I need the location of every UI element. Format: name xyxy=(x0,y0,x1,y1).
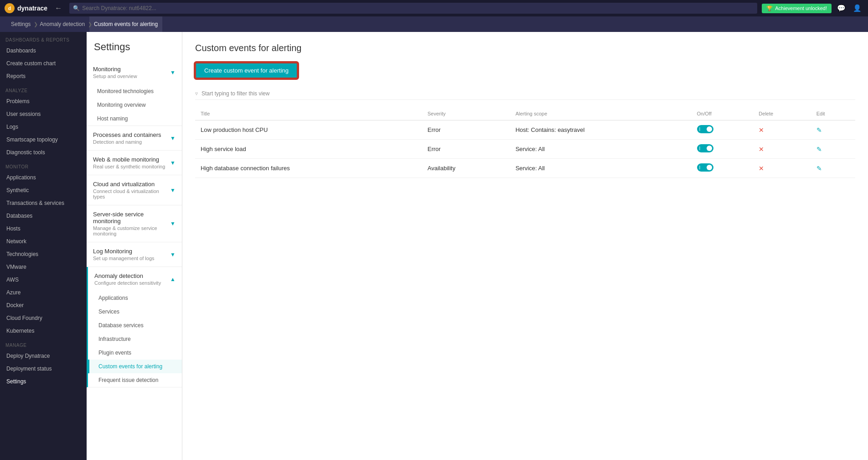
sidebar-item-kubernetes[interactable]: Kubernetes xyxy=(0,324,87,337)
settings-sub-plugin-events[interactable]: Plugin events xyxy=(88,346,182,360)
chat-icon[interactable]: 💬 xyxy=(835,4,847,12)
edit-icon-2[interactable]: ✎ xyxy=(816,146,822,153)
settings-group-anomaly-title: Anomaly detection xyxy=(94,272,161,279)
settings-group-log-text: Log Monitoring Set up management of logs xyxy=(93,248,155,261)
settings-sub-database-services[interactable]: Database services xyxy=(88,319,182,332)
sidebar-item-transactions[interactable]: Transactions & services xyxy=(0,197,87,209)
row-alerting-scope: Service: All xyxy=(510,159,692,178)
settings-group-web-mobile-subtitle: Real user & synthetic monitoring xyxy=(93,164,165,169)
alert-table-body: Low production host CPU Error Host: Cont… xyxy=(195,120,855,178)
toggle-on-label-1: I xyxy=(699,127,701,132)
breadcrumb-custom-events[interactable]: Custom events for alerting xyxy=(89,16,162,32)
settings-group-log-header[interactable]: Log Monitoring Set up management of logs… xyxy=(87,242,182,267)
settings-group-monitoring: Monitoring Setup and overview ▼ Monitore… xyxy=(87,60,182,126)
col-title: Title xyxy=(195,107,422,120)
settings-group-processes-header[interactable]: Processes and containers Detection and n… xyxy=(87,126,182,150)
achievement-button[interactable]: 🏆 Achievement unlocked! xyxy=(762,4,832,13)
user-icon[interactable]: 👤 xyxy=(851,4,863,12)
processes-chevron-icon: ▼ xyxy=(170,135,176,141)
settings-sub-frequent-issue[interactable]: Frequent issue detection xyxy=(88,373,182,387)
sidebar-item-reports[interactable]: Reports xyxy=(0,70,87,83)
settings-group-anomaly-header[interactable]: Anomaly detection Configure detection se… xyxy=(88,267,182,291)
settings-sub-host-naming[interactable]: Host naming xyxy=(87,112,182,125)
create-custom-event-button[interactable]: Create custom event for alerting xyxy=(195,63,298,78)
settings-sub-services[interactable]: Services xyxy=(88,305,182,319)
settings-group-cloud-title: Cloud and virtualization xyxy=(93,181,170,188)
settings-group-web-mobile-header[interactable]: Web & mobile monitoring Real user & synt… xyxy=(87,151,182,175)
sidebar-item-synthetic[interactable]: Synthetic xyxy=(0,184,87,197)
log-chevron-icon: ▼ xyxy=(170,251,176,258)
sidebar-item-user-sessions[interactable]: User sessions xyxy=(0,108,87,120)
col-delete: Delete xyxy=(753,107,811,120)
delete-icon-1[interactable]: ✕ xyxy=(759,126,764,134)
sidebar-item-vmware[interactable]: VMware xyxy=(0,261,87,273)
sidebar-item-cloud-foundry[interactable]: Cloud Foundry xyxy=(0,312,87,324)
settings-title: Settings xyxy=(87,32,182,60)
sidebar-item-deploy[interactable]: Deploy Dynatrace xyxy=(0,350,87,362)
toggle-thumb-1 xyxy=(707,126,712,132)
sidebar-item-create-custom-chart[interactable]: Create custom chart xyxy=(0,57,87,70)
delete-icon-3[interactable]: ✕ xyxy=(759,165,764,172)
row-delete-cell: ✕ xyxy=(753,159,811,178)
sidebar-item-smartscape[interactable]: Smartscape topology xyxy=(0,133,87,146)
settings-group-cloud-subtitle: Connect cloud & virtualization types xyxy=(93,188,170,199)
toggle-1[interactable]: I xyxy=(697,125,713,133)
settings-sub-monitored-technologies[interactable]: Monitored technologies xyxy=(87,84,182,98)
edit-icon-1[interactable]: ✎ xyxy=(816,126,822,134)
sidebar-item-hosts[interactable]: Hosts xyxy=(0,222,87,235)
delete-icon-2[interactable]: ✕ xyxy=(759,146,764,153)
sidebar-item-network[interactable]: Network xyxy=(0,235,87,248)
toggle-track-3[interactable]: I xyxy=(697,163,713,172)
panel-title: Custom events for alerting xyxy=(195,43,855,53)
sidebar-item-logs[interactable]: Logs xyxy=(0,120,87,133)
sidebar-item-settings[interactable]: Settings xyxy=(0,375,87,388)
row-toggle-cell: I xyxy=(692,140,754,159)
settings-group-anomaly: Anomaly detection Configure detection se… xyxy=(87,267,182,387)
monitoring-chevron-icon: ▼ xyxy=(170,69,176,76)
row-alerting-scope: Host: Contains: easytravel xyxy=(510,120,692,140)
row-severity: Availability xyxy=(422,159,510,178)
settings-group-monitoring-text: Monitoring Setup and overview xyxy=(93,66,137,79)
sidebar-item-applications[interactable]: Applications xyxy=(0,171,87,184)
settings-sub-infrastructure[interactable]: Infrastructure xyxy=(88,332,182,346)
breadcrumb-settings[interactable]: Settings xyxy=(6,16,35,32)
row-severity: Error xyxy=(422,140,510,159)
breadcrumb-anomaly[interactable]: Anomaly detection xyxy=(35,16,89,32)
sidebar-item-deployment-status[interactable]: Deployment status xyxy=(0,362,87,375)
settings-group-web-mobile: Web & mobile monitoring Real user & synt… xyxy=(87,151,182,175)
toggle-3[interactable]: I xyxy=(697,163,713,172)
settings-group-processes-text: Processes and containers Detection and n… xyxy=(93,131,161,145)
settings-sub-monitoring-overview[interactable]: Monitoring overview xyxy=(87,98,182,112)
sidebar-item-diagnostic[interactable]: Diagnostic tools xyxy=(0,146,87,159)
settings-group-monitoring-header[interactable]: Monitoring Setup and overview ▼ xyxy=(87,60,182,84)
settings-sub-custom-events[interactable]: Custom events for alerting xyxy=(88,360,182,373)
sidebar-item-docker[interactable]: Docker xyxy=(0,299,87,312)
sidebar-item-dashboards[interactable]: Dashboards xyxy=(0,44,87,57)
sidebar-item-technologies[interactable]: Technologies xyxy=(0,248,87,261)
toggle-track-2[interactable]: I xyxy=(697,144,713,152)
settings-group-cloud-text: Cloud and virtualization Connect cloud &… xyxy=(93,181,170,199)
row-title: High service load xyxy=(195,140,422,159)
settings-group-server-header[interactable]: Server-side service monitoring Manage & … xyxy=(87,205,182,242)
settings-group-server-title: Server-side service monitoring xyxy=(93,211,170,225)
toggle-2[interactable]: I xyxy=(697,144,713,152)
section-label-monitor: Monitor xyxy=(0,159,87,171)
alert-table-header: Title Severity Alerting scope On/Off Del… xyxy=(195,107,855,120)
sidebar-item-problems[interactable]: Problems xyxy=(0,95,87,108)
settings-group-cloud-header[interactable]: Cloud and virtualization Connect cloud &… xyxy=(87,175,182,205)
toggle-track-1[interactable]: I xyxy=(697,125,713,133)
logo: d dynatrace xyxy=(5,3,47,13)
search-icon: 🔍 xyxy=(73,5,80,11)
sidebar-item-databases[interactable]: Databases xyxy=(0,209,87,222)
alert-table: Title Severity Alerting scope On/Off Del… xyxy=(195,107,855,178)
back-button[interactable]: ← xyxy=(52,4,65,12)
sidebar-item-azure[interactable]: Azure xyxy=(0,286,87,299)
search-input[interactable] xyxy=(69,3,757,14)
sidebar-item-aws[interactable]: AWS xyxy=(0,273,87,286)
main-layout: Dashboards & reports Dashboards Create c… xyxy=(0,32,868,460)
edit-icon-3[interactable]: ✎ xyxy=(816,165,822,172)
logo-icon: d xyxy=(5,3,15,13)
web-mobile-chevron-icon: ▼ xyxy=(170,160,176,166)
filter-icon: ▿ xyxy=(195,90,198,97)
settings-sub-applications[interactable]: Applications xyxy=(88,291,182,305)
